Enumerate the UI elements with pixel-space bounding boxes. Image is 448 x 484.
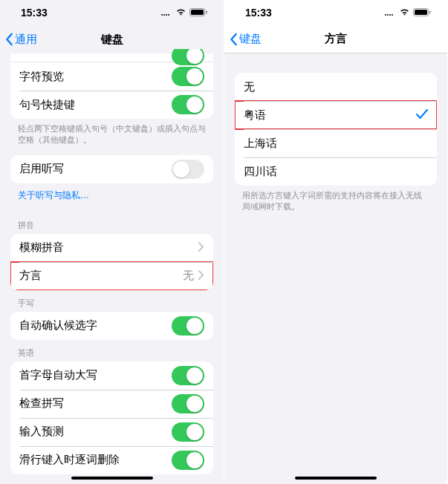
dictation-privacy-link[interactable]: 关于听写与隐私… (0, 183, 224, 212)
back-label: 通用 (15, 33, 37, 47)
svg-point-3 (168, 14, 169, 16)
option-yue[interactable]: 粤语 (235, 101, 437, 129)
svg-rect-13 (429, 11, 431, 14)
option-label: 粤语 (244, 108, 266, 122)
char-preview-toggle[interactable] (172, 67, 204, 86)
footer-period: 轻点两下空格键插入句号（中文键盘）或插入句点与空格（其他键盘）。 (0, 119, 224, 155)
svg-point-0 (161, 14, 163, 16)
option-none[interactable]: 无 (235, 73, 437, 101)
option-sh[interactable]: 上海话 (235, 129, 437, 157)
svg-point-10 (392, 14, 393, 16)
status-bar: 15:33 (0, 0, 224, 25)
partial-row-peek: 字符预览 句号快捷键 (10, 49, 213, 119)
cellular-icon (160, 7, 172, 19)
dictation-label: 启用听写 (19, 162, 64, 176)
period-shortcut-toggle[interactable] (172, 95, 204, 114)
fuzzy-label: 模糊拼音 (19, 241, 64, 255)
status-bar: 15:33 (224, 0, 447, 25)
period-shortcut-label: 句号快捷键 (19, 98, 75, 112)
section-hand: 手写 (0, 290, 224, 312)
svg-point-9 (389, 14, 391, 16)
option-label: 上海话 (244, 137, 277, 151)
wifi-icon (399, 7, 410, 19)
chevron-left-icon (4, 33, 15, 46)
back-label: 键盘 (239, 32, 262, 46)
home-indicator[interactable] (295, 477, 377, 480)
battery-icon (413, 7, 431, 19)
home-indicator[interactable] (71, 477, 153, 480)
en-slide-toggle[interactable] (172, 451, 204, 470)
section-pinyin: 拼音 (0, 212, 224, 234)
svg-rect-5 (191, 10, 204, 15)
en-caps-label: 首字母自动大写 (19, 368, 97, 382)
en-caps-toggle[interactable] (172, 366, 204, 385)
en-spell-row[interactable]: 检查拼写 (10, 390, 213, 418)
en-spell-label: 检查拼写 (19, 396, 64, 411)
checkmark-icon (416, 108, 428, 123)
svg-point-1 (163, 14, 165, 16)
en-predict-label: 输入预测 (19, 425, 64, 439)
option-label: 无 (244, 80, 255, 94)
chevron-left-icon (229, 33, 239, 46)
back-button[interactable]: 通用 (0, 33, 37, 47)
dialect-row[interactable]: 方言 无 (10, 262, 213, 290)
char-preview-row[interactable]: 字符预览 (10, 62, 213, 91)
auto-confirm-toggle[interactable] (172, 316, 204, 336)
dictation-toggle[interactable] (172, 160, 204, 179)
status-icons (160, 7, 207, 19)
en-predict-toggle[interactable] (172, 422, 204, 442)
option-label: 四川话 (244, 165, 277, 179)
period-shortcut-row[interactable]: 句号快捷键 (10, 91, 213, 119)
option-sc[interactable]: 四川话 (235, 157, 437, 186)
status-time: 15:33 (245, 7, 272, 19)
svg-point-8 (387, 14, 389, 16)
footer-dialect: 用所选方言键入字词所需的支持内容将在接入无线局域网时下载。 (224, 186, 447, 222)
dialect-label: 方言 (19, 269, 42, 283)
svg-point-2 (166, 14, 167, 16)
status-time: 15:33 (21, 7, 48, 19)
en-predict-row[interactable]: 输入预测 (10, 418, 213, 446)
char-preview-label: 字符预览 (19, 70, 64, 84)
dialect-value: 无 (183, 269, 194, 283)
svg-rect-6 (206, 11, 207, 14)
wifi-icon (175, 7, 186, 19)
chevron-right-icon (198, 241, 204, 254)
auto-confirm-row[interactable]: 自动确认候选字 (10, 312, 213, 340)
auto-confirm-label: 自动确认候选字 (19, 318, 97, 333)
cellular-icon (384, 7, 396, 19)
fuzzy-pinyin-row[interactable]: 模糊拼音 (10, 234, 213, 262)
dictation-row[interactable]: 启用听写 (10, 155, 213, 183)
section-en: 英语 (0, 340, 224, 362)
battery-icon (189, 7, 207, 19)
chevron-right-icon (198, 269, 204, 282)
svg-point-7 (385, 14, 386, 16)
en-spell-toggle[interactable] (172, 394, 204, 413)
nav-bar: 键盘 方言 (224, 25, 447, 53)
en-caps-row[interactable]: 首字母自动大写 (10, 362, 213, 390)
status-icons (384, 7, 431, 19)
en-slide-label: 滑行键入时逐词删除 (19, 453, 120, 467)
back-button[interactable]: 键盘 (224, 32, 262, 46)
svg-rect-12 (415, 10, 427, 15)
en-slide-row[interactable]: 滑行键入时逐词删除 (10, 446, 213, 474)
